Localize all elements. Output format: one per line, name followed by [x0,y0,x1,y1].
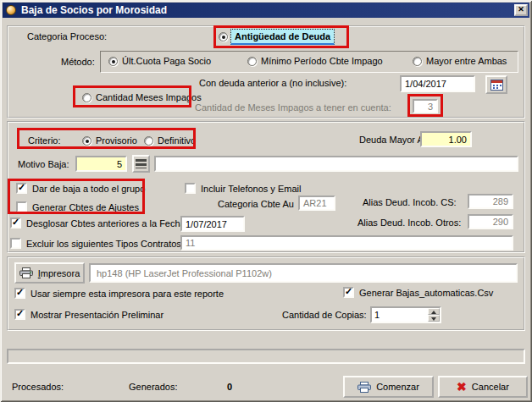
radio-mayor-ambas-label: Mayor entre Ambas [426,56,507,67]
categoria-cbte-field[interactable]: AR21 [298,195,335,211]
window-title: Baja de Socios por Morosidad [21,4,167,16]
radio-minimo-periodo[interactable] [247,57,257,66]
radio-ult-cuota[interactable] [108,57,118,66]
desglosar-fecha-field[interactable]: 1/07/2017 [180,216,245,232]
alias-otros-label: Alias Deud. Incob. Otros: [357,218,461,229]
cancelar-button[interactable]: ✖ Cancelar [438,376,528,398]
annotation-rect-checkboxes [8,179,145,214]
checkbox-presentacion-preliminar-label: Mostrar Presentación Preliminar [30,310,163,321]
checkbox-usar-siempre-label: Usar siempre esta impresora para este re… [30,289,224,300]
con-deuda-label: Con deuda anterior a (no inclusive): [199,78,346,89]
printer-icon [357,382,371,393]
checkbox-generar-csv-label: Generar Bajas_automaticas.Csv [359,288,493,299]
radio-minimo-periodo-label: Mínimo Período Cbte Impago [261,56,383,67]
radio-ult-cuota-label: Últ.Cuota Paga Socio [122,56,211,67]
comenzar-button-label: Comenzar [376,382,419,392]
printer-name-field[interactable]: hp148 (HP LaserJet Professional P1102w) [89,263,518,283]
spinner-up-button[interactable] [428,308,440,315]
cancel-x-icon: ✖ [457,381,467,393]
metodo-label: Método: [61,57,95,68]
printer-icon [19,267,33,278]
checkbox-excluir-contratos-label: Excluir los siguientes Tipos Contratos: [26,239,184,250]
cantidad-meses-count-label: Cantidad de Meses Impagos a tener en cue… [195,102,391,113]
checkbox-presentacion-preliminar[interactable] [14,309,25,320]
alias-cs-label: Alias Deud. Incob. CS: [363,197,457,208]
categoria-cbte-label: Categoria Cbte Au [218,199,294,210]
cancelar-button-label: Cancelar [472,382,509,392]
deuda-mayor-label: Deuda Mayor A: [359,135,426,146]
alias-cs-field[interactable]: 289 [468,194,513,209]
generados-value: 0 [227,382,232,393]
con-deuda-date-field[interactable]: 1/04/2017 [400,75,475,92]
comenzar-button[interactable]: Comenzar [343,376,434,398]
impresora-button[interactable]: Impresora [14,262,85,284]
checkbox-incluir-telefonos[interactable] [185,183,196,194]
excluir-contratos-field[interactable]: 11 [180,235,513,251]
checkbox-desglosar[interactable] [10,218,21,229]
cantidad-copias-stepper[interactable]: 1 [370,306,441,323]
calendar-icon [490,80,503,91]
annotation-rect-cantidad-meses [73,85,191,107]
annotation-rect-categoria [213,25,349,48]
cantidad-copias-value: 1 [372,310,428,320]
motivo-baja-field[interactable]: 5 [75,156,127,172]
motivo-baja-desc-field[interactable] [154,156,518,172]
app-icon [6,5,16,15]
close-button[interactable]: ✕ [514,4,528,16]
checkbox-desglosar-label: Desglosar Cbtes anteriores a la Fecha : [26,218,191,229]
calendar-button[interactable] [485,75,507,94]
alias-otros-field[interactable]: 290 [468,214,513,229]
checkbox-incluir-telefonos-label: Incluir Telefonos y Email [201,184,301,195]
spinner-buttons [428,308,440,322]
checkbox-generar-csv[interactable] [343,287,354,298]
checkbox-excluir-contratos[interactable] [10,238,21,249]
dialog-window: Baja de Socios por Morosidad ✕ Categoria… [0,0,532,402]
motivo-baja-lookup-button[interactable] [132,155,150,173]
annotation-rect-criterio [17,128,196,149]
radio-mayor-ambas[interactable] [413,57,422,66]
deuda-mayor-field[interactable]: 1.00 [420,131,472,147]
checkbox-usar-siempre[interactable] [14,288,25,299]
procesados-label: Procesados: [12,382,64,393]
annotation-rect-meses-valor [407,94,443,117]
generados-label: Generados: [129,382,177,393]
motivo-baja-label: Motivo Baja: [18,159,69,170]
cantidad-copias-label: Cantidad de Copias: [282,310,367,321]
spinner-down-button[interactable] [428,315,440,322]
categoria-proceso-label: Categoria Proceso: [27,31,107,42]
impresora-button-label: Impresora [38,268,80,278]
title-bar[interactable]: Baja de Socios por Morosidad ✕ [3,3,529,18]
progress-bar [7,349,525,364]
